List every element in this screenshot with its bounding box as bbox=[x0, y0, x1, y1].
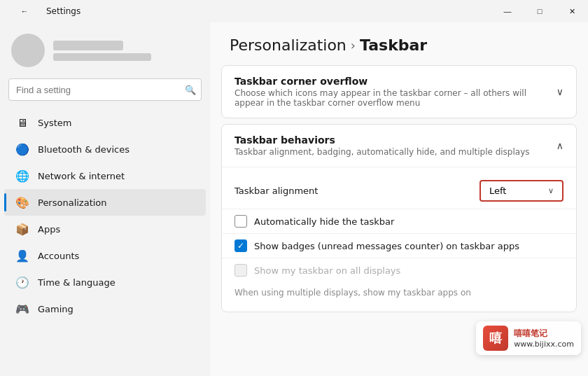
watermark: 嘻 嘻嘻笔记 www.bijixx.com bbox=[476, 321, 581, 355]
bluetooth-icon: 🔵 bbox=[15, 142, 29, 156]
network-icon: 🌐 bbox=[15, 169, 29, 183]
search-icon: 🔍 bbox=[185, 85, 196, 95]
checkbox-badges[interactable] bbox=[234, 239, 247, 252]
checkbox-row-badges[interactable]: Show badges (unread messages counter) on… bbox=[234, 234, 564, 258]
sidebar-item-time[interactable]: 🕐 Time & language bbox=[4, 269, 206, 295]
sidebar-item-apps[interactable]: 📦 Apps bbox=[4, 216, 206, 242]
setting-row-alignment: Taskbar alignment Left ∨ bbox=[234, 173, 564, 209]
section-behaviors: Taskbar behaviors Taskbar alignment, bad… bbox=[221, 124, 577, 312]
sidebar-label-gaming: Gaming bbox=[38, 304, 74, 314]
sidebar-item-accounts[interactable]: 👤 Accounts bbox=[4, 242, 206, 269]
titlebar: ← Settings — □ ✕ bbox=[0, 0, 588, 22]
sections-container: Taskbar corner overflow Choose which ico… bbox=[210, 65, 588, 312]
section-subtitle-corner_overflow: Choose which icons may appear in the tas… bbox=[234, 88, 556, 108]
sidebar-item-gaming[interactable]: 🎮 Gaming bbox=[4, 295, 206, 322]
sidebar-label-personalization: Personalization bbox=[38, 197, 107, 208]
personalization-icon: 🎨 bbox=[15, 195, 29, 209]
sidebar-label-network: Network & internet bbox=[38, 171, 125, 181]
breadcrumb-parent: Personalization bbox=[230, 36, 346, 54]
dropdown-chevron-alignment: ∨ bbox=[548, 186, 554, 195]
apps-icon: 📦 bbox=[15, 222, 29, 236]
search-input[interactable] bbox=[8, 78, 202, 101]
section-title-block-behaviors: Taskbar behaviors Taskbar alignment, bad… bbox=[234, 134, 530, 157]
section-header-corner_overflow[interactable]: Taskbar corner overflow Choose which ico… bbox=[222, 66, 576, 118]
sidebar-label-time: Time & language bbox=[38, 277, 115, 288]
sidebar-item-system[interactable]: 🖥 System bbox=[4, 109, 206, 136]
section-title-corner_overflow: Taskbar corner overflow bbox=[234, 76, 556, 87]
dropdown-alignment[interactable]: Left ∨ bbox=[479, 180, 564, 202]
back-button[interactable]: ← bbox=[8, 0, 41, 22]
profile-subtitle bbox=[53, 53, 151, 61]
close-button[interactable]: ✕ bbox=[556, 0, 588, 22]
sidebar: 🔍 🖥 System 🔵 Bluetooth & devices 🌐 Netwo… bbox=[0, 22, 210, 376]
gaming-icon: 🎮 bbox=[15, 302, 29, 316]
sidebar-label-apps: Apps bbox=[38, 224, 60, 235]
section-corner_overflow: Taskbar corner overflow Choose which ico… bbox=[221, 65, 577, 118]
checkbox-label-all_displays: Show my taskbar on all displays bbox=[254, 265, 400, 276]
section-title-behaviors: Taskbar behaviors bbox=[234, 134, 530, 146]
sidebar-item-personalization[interactable]: 🎨 Personalization bbox=[4, 189, 206, 216]
truncated-text: When using multiple displays, show my ta… bbox=[234, 282, 564, 300]
checkbox-auto_hide[interactable] bbox=[234, 215, 247, 228]
time-icon: 🕐 bbox=[15, 275, 29, 289]
chevron-corner_overflow: ∨ bbox=[556, 86, 564, 97]
titlebar-title: Settings bbox=[46, 6, 80, 16]
setting-label-alignment: Taskbar alignment bbox=[234, 186, 318, 196]
watermark-text: 嘻嘻笔记 www.bijixx.com bbox=[514, 328, 574, 349]
system-icon: 🖥 bbox=[15, 116, 29, 130]
accounts-icon: 👤 bbox=[15, 249, 29, 263]
checkbox-row-auto_hide[interactable]: Automatically hide the taskbar bbox=[234, 209, 564, 233]
back-icon: ← bbox=[21, 7, 29, 15]
nav-list: 🖥 System 🔵 Bluetooth & devices 🌐 Network… bbox=[0, 109, 210, 322]
sidebar-item-bluetooth[interactable]: 🔵 Bluetooth & devices bbox=[4, 136, 206, 162]
breadcrumb: Personalization › Taskbar bbox=[230, 36, 568, 54]
section-subtitle-behaviors: Taskbar alignment, badging, automaticall… bbox=[234, 147, 530, 157]
checkbox-row-all_displays: Show my taskbar on all displays bbox=[234, 258, 564, 282]
breadcrumb-separator: › bbox=[351, 38, 356, 53]
section-title-block-corner_overflow: Taskbar corner overflow Choose which ico… bbox=[234, 76, 556, 108]
section-header-behaviors[interactable]: Taskbar behaviors Taskbar alignment, bad… bbox=[222, 125, 576, 167]
profile-name bbox=[53, 41, 123, 50]
breadcrumb-current: Taskbar bbox=[360, 36, 427, 54]
sidebar-label-accounts: Accounts bbox=[38, 251, 79, 261]
minimize-button[interactable]: — bbox=[491, 0, 524, 22]
avatar bbox=[11, 34, 45, 67]
titlebar-left: ← Settings bbox=[8, 0, 80, 22]
profile-section bbox=[0, 22, 210, 76]
search-box: 🔍 bbox=[8, 78, 202, 101]
titlebar-controls: — □ ✕ bbox=[491, 0, 588, 22]
checkbox-label-badges: Show badges (unread messages counter) on… bbox=[254, 241, 519, 251]
content-header: Personalization › Taskbar bbox=[210, 22, 588, 65]
dropdown-value-alignment: Left bbox=[489, 186, 506, 196]
watermark-brand: 嘻嘻笔记 bbox=[514, 328, 574, 340]
checkbox-all_displays bbox=[234, 264, 247, 277]
sidebar-item-network[interactable]: 🌐 Network & internet bbox=[4, 162, 206, 189]
watermark-url: www.bijixx.com bbox=[514, 340, 574, 349]
checkbox-label-auto_hide: Automatically hide the taskbar bbox=[254, 216, 394, 227]
section-body-behaviors: Taskbar alignment Left ∨ Automatically h… bbox=[222, 167, 576, 312]
sidebar-label-bluetooth: Bluetooth & devices bbox=[38, 144, 130, 155]
chevron-behaviors: ∧ bbox=[556, 140, 564, 151]
watermark-logo: 嘻 bbox=[483, 326, 508, 351]
sidebar-label-system: System bbox=[38, 118, 71, 128]
maximize-button[interactable]: □ bbox=[524, 0, 556, 22]
profile-info bbox=[53, 41, 151, 61]
